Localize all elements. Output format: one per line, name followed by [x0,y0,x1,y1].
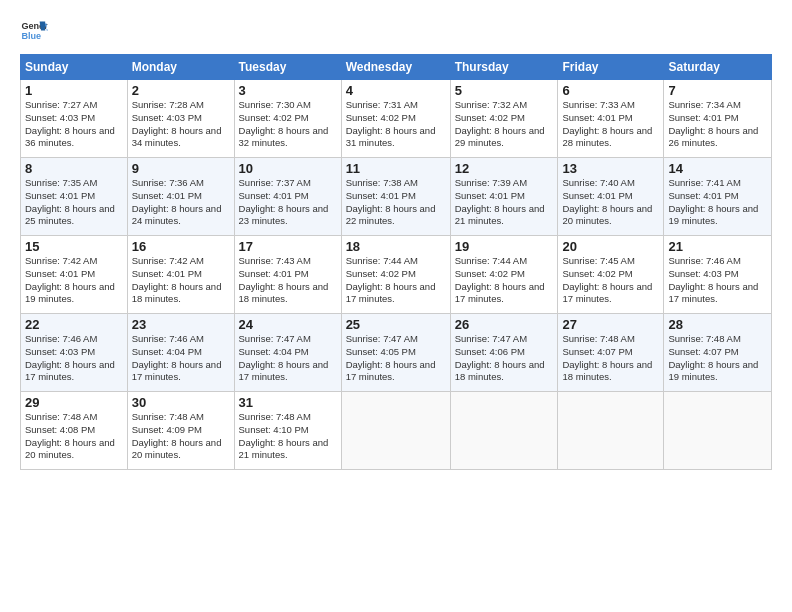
day-info: Sunrise: 7:48 AMSunset: 4:07 PMDaylight:… [562,333,659,384]
day-cell-17: 17 Sunrise: 7:43 AMSunset: 4:01 PMDaylig… [234,236,341,314]
day-cell-25: 25 Sunrise: 7:47 AMSunset: 4:05 PMDaylig… [341,314,450,392]
day-info: Sunrise: 7:48 AMSunset: 4:09 PMDaylight:… [132,411,230,462]
day-info: Sunrise: 7:35 AMSunset: 4:01 PMDaylight:… [25,177,123,228]
day-info: Sunrise: 7:47 AMSunset: 4:06 PMDaylight:… [455,333,554,384]
day-info: Sunrise: 7:48 AMSunset: 4:10 PMDaylight:… [239,411,337,462]
day-number: 29 [25,395,123,410]
day-info: Sunrise: 7:34 AMSunset: 4:01 PMDaylight:… [668,99,767,150]
header-cell-thursday: Thursday [450,55,558,80]
empty-cell [558,392,664,470]
day-number: 6 [562,83,659,98]
day-cell-30: 30 Sunrise: 7:48 AMSunset: 4:09 PMDaylig… [127,392,234,470]
day-cell-28: 28 Sunrise: 7:48 AMSunset: 4:07 PMDaylig… [664,314,772,392]
day-number: 10 [239,161,337,176]
day-cell-3: 3 Sunrise: 7:30 AMSunset: 4:02 PMDayligh… [234,80,341,158]
day-number: 16 [132,239,230,254]
day-cell-31: 31 Sunrise: 7:48 AMSunset: 4:10 PMDaylig… [234,392,341,470]
day-info: Sunrise: 7:37 AMSunset: 4:01 PMDaylight:… [239,177,337,228]
day-cell-20: 20 Sunrise: 7:45 AMSunset: 4:02 PMDaylig… [558,236,664,314]
day-info: Sunrise: 7:38 AMSunset: 4:01 PMDaylight:… [346,177,446,228]
day-number: 11 [346,161,446,176]
day-number: 21 [668,239,767,254]
day-number: 22 [25,317,123,332]
day-cell-18: 18 Sunrise: 7:44 AMSunset: 4:02 PMDaylig… [341,236,450,314]
day-number: 12 [455,161,554,176]
day-info: Sunrise: 7:48 AMSunset: 4:07 PMDaylight:… [668,333,767,384]
day-number: 2 [132,83,230,98]
day-cell-27: 27 Sunrise: 7:48 AMSunset: 4:07 PMDaylig… [558,314,664,392]
day-cell-11: 11 Sunrise: 7:38 AMSunset: 4:01 PMDaylig… [341,158,450,236]
day-number: 17 [239,239,337,254]
day-cell-6: 6 Sunrise: 7:33 AMSunset: 4:01 PMDayligh… [558,80,664,158]
logo: General Blue [20,18,52,46]
svg-text:Blue: Blue [21,31,41,41]
day-number: 14 [668,161,767,176]
day-number: 25 [346,317,446,332]
day-info: Sunrise: 7:42 AMSunset: 4:01 PMDaylight:… [132,255,230,306]
day-cell-13: 13 Sunrise: 7:40 AMSunset: 4:01 PMDaylig… [558,158,664,236]
header-cell-saturday: Saturday [664,55,772,80]
day-number: 7 [668,83,767,98]
day-number: 4 [346,83,446,98]
day-cell-9: 9 Sunrise: 7:36 AMSunset: 4:01 PMDayligh… [127,158,234,236]
day-info: Sunrise: 7:30 AMSunset: 4:02 PMDaylight:… [239,99,337,150]
day-info: Sunrise: 7:42 AMSunset: 4:01 PMDaylight:… [25,255,123,306]
day-number: 31 [239,395,337,410]
day-number: 28 [668,317,767,332]
day-info: Sunrise: 7:46 AMSunset: 4:03 PMDaylight:… [668,255,767,306]
day-info: Sunrise: 7:40 AMSunset: 4:01 PMDaylight:… [562,177,659,228]
calendar-page: General Blue SundayMondayTuesdayWednesda… [0,0,792,612]
day-number: 15 [25,239,123,254]
day-cell-12: 12 Sunrise: 7:39 AMSunset: 4:01 PMDaylig… [450,158,558,236]
day-info: Sunrise: 7:45 AMSunset: 4:02 PMDaylight:… [562,255,659,306]
day-info: Sunrise: 7:32 AMSunset: 4:02 PMDaylight:… [455,99,554,150]
day-number: 3 [239,83,337,98]
day-number: 23 [132,317,230,332]
day-cell-2: 2 Sunrise: 7:28 AMSunset: 4:03 PMDayligh… [127,80,234,158]
header-cell-friday: Friday [558,55,664,80]
day-number: 9 [132,161,230,176]
day-cell-29: 29 Sunrise: 7:48 AMSunset: 4:08 PMDaylig… [21,392,128,470]
day-cell-24: 24 Sunrise: 7:47 AMSunset: 4:04 PMDaylig… [234,314,341,392]
day-cell-26: 26 Sunrise: 7:47 AMSunset: 4:06 PMDaylig… [450,314,558,392]
day-number: 19 [455,239,554,254]
header-cell-tuesday: Tuesday [234,55,341,80]
header-cell-sunday: Sunday [21,55,128,80]
day-info: Sunrise: 7:46 AMSunset: 4:03 PMDaylight:… [25,333,123,384]
day-cell-14: 14 Sunrise: 7:41 AMSunset: 4:01 PMDaylig… [664,158,772,236]
day-cell-15: 15 Sunrise: 7:42 AMSunset: 4:01 PMDaylig… [21,236,128,314]
day-cell-5: 5 Sunrise: 7:32 AMSunset: 4:02 PMDayligh… [450,80,558,158]
header-cell-monday: Monday [127,55,234,80]
calendar-table: SundayMondayTuesdayWednesdayThursdayFrid… [20,54,772,470]
week-row-2: 8 Sunrise: 7:35 AMSunset: 4:01 PMDayligh… [21,158,772,236]
day-cell-4: 4 Sunrise: 7:31 AMSunset: 4:02 PMDayligh… [341,80,450,158]
day-info: Sunrise: 7:47 AMSunset: 4:04 PMDaylight:… [239,333,337,384]
day-info: Sunrise: 7:43 AMSunset: 4:01 PMDaylight:… [239,255,337,306]
day-info: Sunrise: 7:47 AMSunset: 4:05 PMDaylight:… [346,333,446,384]
day-cell-23: 23 Sunrise: 7:46 AMSunset: 4:04 PMDaylig… [127,314,234,392]
day-cell-10: 10 Sunrise: 7:37 AMSunset: 4:01 PMDaylig… [234,158,341,236]
logo-icon: General Blue [20,18,48,46]
day-number: 5 [455,83,554,98]
day-info: Sunrise: 7:48 AMSunset: 4:08 PMDaylight:… [25,411,123,462]
day-number: 27 [562,317,659,332]
header-row: SundayMondayTuesdayWednesdayThursdayFrid… [21,55,772,80]
day-info: Sunrise: 7:36 AMSunset: 4:01 PMDaylight:… [132,177,230,228]
week-row-4: 22 Sunrise: 7:46 AMSunset: 4:03 PMDaylig… [21,314,772,392]
header: General Blue [20,18,772,46]
empty-cell [664,392,772,470]
day-number: 30 [132,395,230,410]
header-cell-wednesday: Wednesday [341,55,450,80]
day-info: Sunrise: 7:33 AMSunset: 4:01 PMDaylight:… [562,99,659,150]
day-number: 1 [25,83,123,98]
day-info: Sunrise: 7:28 AMSunset: 4:03 PMDaylight:… [132,99,230,150]
day-cell-16: 16 Sunrise: 7:42 AMSunset: 4:01 PMDaylig… [127,236,234,314]
week-row-3: 15 Sunrise: 7:42 AMSunset: 4:01 PMDaylig… [21,236,772,314]
week-row-5: 29 Sunrise: 7:48 AMSunset: 4:08 PMDaylig… [21,392,772,470]
day-info: Sunrise: 7:31 AMSunset: 4:02 PMDaylight:… [346,99,446,150]
empty-cell [450,392,558,470]
day-cell-22: 22 Sunrise: 7:46 AMSunset: 4:03 PMDaylig… [21,314,128,392]
day-cell-8: 8 Sunrise: 7:35 AMSunset: 4:01 PMDayligh… [21,158,128,236]
day-cell-21: 21 Sunrise: 7:46 AMSunset: 4:03 PMDaylig… [664,236,772,314]
day-number: 20 [562,239,659,254]
